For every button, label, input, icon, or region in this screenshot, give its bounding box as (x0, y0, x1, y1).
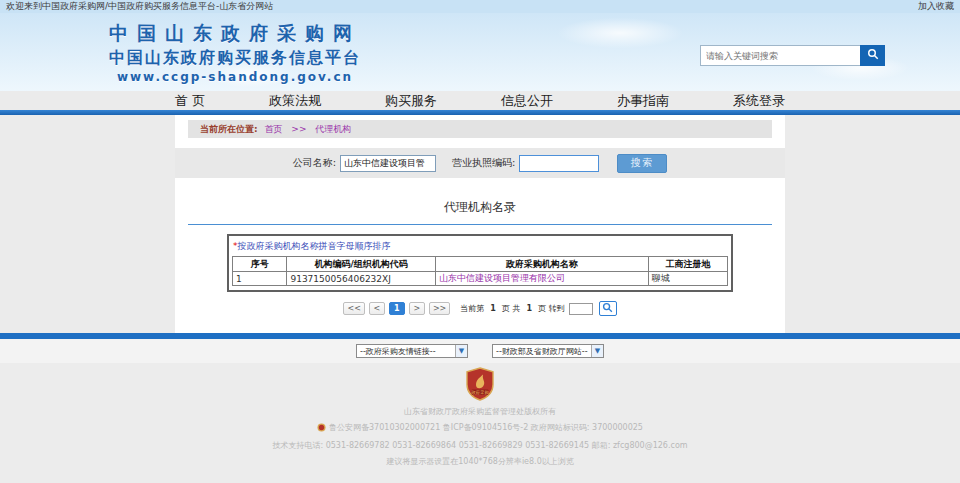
welcome-text: 欢迎来到中国政府采购网/中国政府购买服务信息平台-山东省分网站 (6, 0, 273, 13)
breadcrumb-home-link[interactable]: 首页 (264, 124, 282, 134)
beian-line: 鲁公安网备37010302000721 鲁ICP备09104516号-2 政府网… (0, 422, 960, 435)
title-underline (188, 224, 772, 225)
company-name-label: 公司名称: (293, 156, 336, 170)
gov-sites-select[interactable]: --财政部及省财政厅网站-- ▼ (492, 344, 604, 358)
agency-name-link[interactable]: 山东中信建设项目管理有限公司 (439, 273, 565, 283)
form-search-button[interactable]: 搜索 (617, 154, 667, 173)
breadcrumb-current[interactable]: 代理机构 (315, 124, 351, 134)
page-first-button[interactable]: << (343, 302, 364, 315)
page-status-suffix: 页 转到 (538, 303, 565, 314)
header-search (700, 45, 885, 66)
add-favorite-link[interactable]: 加入收藏 (918, 0, 954, 13)
nav-item-guide[interactable]: 办事指南 (617, 92, 669, 110)
page-status-prefix: 当前第 (460, 303, 484, 314)
beian-text: 鲁公安网备37010302000721 鲁ICP备09104516号-2 政府网… (329, 423, 643, 432)
footer-links-strip: --政府采购友情链接-- ▼ --财政部及省财政厅网站-- ▼ (0, 339, 960, 363)
friend-links-value: --政府采购友情链接-- (357, 346, 455, 357)
col-name: 政府采购机构名称 (435, 257, 648, 272)
goto-page-button[interactable] (599, 301, 617, 316)
page-status-current: 1 (490, 304, 496, 313)
nav-item-home[interactable]: 首 页 (175, 92, 205, 110)
agency-table-box: *按政府采购机构名称拼音字母顺序排序 序号 机构编码/组织机构代码 政府采购机构… (227, 234, 733, 292)
main-content: 当前所在位置: 首页 >> 代理机构 公司名称: 营业执照编码: 搜索 代理机构… (175, 115, 785, 333)
license-code-input[interactable] (519, 155, 599, 172)
main-nav: 首 页 政策法规 购买服务 信息公开 办事指南 系统登录 (175, 91, 785, 110)
goto-magnifier-icon (602, 302, 613, 315)
page-current-button[interactable]: 1 (389, 302, 405, 315)
nav-item-purchase-service[interactable]: 购买服务 (385, 92, 437, 110)
gov-procurement-emblem[interactable]: 政府采购 (466, 367, 494, 403)
license-code-label: 营业执照编码: (452, 156, 515, 170)
cell-location: 聊城 (648, 272, 727, 286)
search-icon (867, 48, 879, 63)
company-name-input[interactable] (340, 155, 436, 172)
agency-search-form: 公司名称: 营业执照编码: 搜索 (175, 148, 785, 178)
goto-page-input[interactable] (569, 303, 593, 315)
page-last-button[interactable]: >> (429, 302, 450, 315)
topbar: 欢迎来到中国政府采购网/中国政府购买服务信息平台-山东省分网站 加入收藏 (0, 0, 960, 13)
col-index: 序号 (233, 257, 287, 272)
nav-item-policy[interactable]: 政策法规 (269, 92, 321, 110)
page-next-button[interactable]: > (409, 302, 425, 315)
sort-note: *按政府采购机构名称拼音字母顺序排序 (233, 240, 728, 253)
breadcrumb: 当前所在位置: 首页 >> 代理机构 (188, 120, 772, 138)
logo-title: 中国山东政府采购网 (70, 21, 400, 47)
table-header-row: 序号 机构编码/组织机构代码 政府采购机构名称 工商注册地 (233, 257, 728, 272)
nav-item-info-disclosure[interactable]: 信息公开 (501, 92, 553, 110)
cell-index: 1 (233, 272, 287, 286)
breadcrumb-label: 当前所在位置: (200, 124, 258, 134)
search-input[interactable] (700, 45, 860, 66)
friend-links-select[interactable]: --政府采购友情链接-- ▼ (356, 344, 468, 358)
breadcrumb-separator: >> (291, 124, 306, 134)
page-title: 代理机构名录 (175, 199, 785, 216)
nav-item-login[interactable]: 系统登录 (733, 92, 785, 110)
gov-sites-value: --财政部及省财政厅网站-- (493, 346, 591, 357)
site-footer: 政府采购 山东省财政厅政府采购监督管理处版权所有 鲁公安网备3701030200… (0, 363, 960, 483)
table-row: 1 9137150056406232XJ 山东中信建设项目管理有限公司 聊城 (233, 272, 728, 286)
chevron-down-icon: ▼ (591, 345, 603, 357)
police-badge-icon (317, 423, 326, 435)
page-prev-button[interactable]: < (369, 302, 385, 315)
col-location: 工商注册地 (648, 257, 727, 272)
logo-url: www.ccgp-shandong.gov.cn (70, 70, 400, 84)
page-status-mid: 页 共 (502, 303, 521, 314)
pagination: << < 1 > >> 当前第 1 页 共 1 页 转到 (175, 301, 785, 316)
cell-code: 9137150056406232XJ (287, 272, 436, 286)
resolution-text: 建议将显示器设置在1040*768分辨率ie8.0以上浏览 (0, 456, 960, 467)
support-text: 技术支持电话: 0531-82669782 0531-82669864 0531… (0, 440, 960, 451)
note-text: 按政府采购机构名称拼音字母顺序排序 (238, 241, 391, 251)
site-header: 中国山东政府采购网 中国山东政府购买服务信息平台 www.ccgp-shando… (0, 13, 960, 91)
search-button[interactable] (860, 45, 885, 66)
copyright-text: 山东省财政厅政府采购监督管理处版权所有 (0, 406, 960, 417)
logo-subtitle: 中国山东政府购买服务信息平台 (70, 48, 400, 69)
agency-table: 序号 机构编码/组织机构代码 政府采购机构名称 工商注册地 1 91371500… (232, 256, 728, 286)
cell-name: 山东中信建设项目管理有限公司 (435, 272, 648, 286)
col-code: 机构编码/组织机构代码 (287, 257, 436, 272)
chevron-down-icon: ▼ (455, 345, 467, 357)
site-logo[interactable]: 中国山东政府采购网 中国山东政府购买服务信息平台 www.ccgp-shando… (70, 21, 400, 84)
page-status-total: 1 (526, 304, 532, 313)
